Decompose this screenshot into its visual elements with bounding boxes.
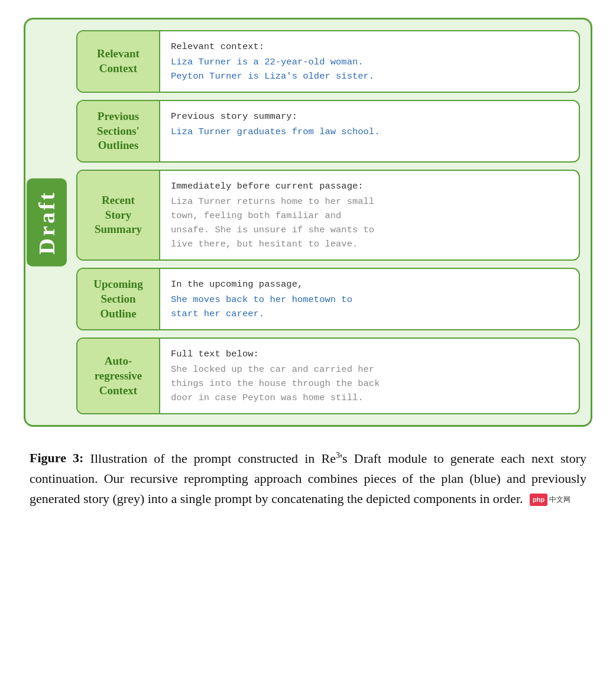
draft-label: Draft [27,179,67,267]
row-previous-sections: PreviousSections'Outlines Previous story… [76,100,580,163]
row-label-text-auto: Auto-regressiveContext [95,354,142,398]
row-label-relevant-context: RelevantContext [77,31,160,92]
row-content-recent-story: Immediately before current passage: Liza… [160,171,579,259]
content-label-auto: Full text below: [171,347,568,361]
content-blue-upcoming-1: She moves back to her hometown to [171,293,568,307]
row-content-autoregressive: Full text below: She locked up the car a… [160,339,579,413]
diagram-container: Draft RelevantContext Relevant context: … [24,18,592,427]
figure-text-1: Illustration of the prompt constructed i… [30,451,586,506]
content-blue-1: Liza Turner is a 22-year-old woman. [171,55,568,69]
content-blue-2: Peyton Turner is Liza's older sister. [171,69,568,83]
content-blue-upcoming-2: start her career. [171,307,568,321]
row-label-text-prev: PreviousSections'Outlines [97,109,140,153]
content-grey-auto-3: door in case Peyton was home still. [171,391,568,405]
content-grey-recent-2: town, feeling both familiar and [171,209,568,223]
row-content-upcoming: In the upcoming passage, She moves back … [160,269,579,329]
row-label-text: RelevantContext [97,47,140,76]
content-grey-recent-4: live there, but hesitant to leave. [171,237,568,251]
watermark: php中文网 [530,494,570,506]
content-label-recent: Immediately before current passage: [171,179,568,193]
content-blue-prev: Liza Turner graduates from law school. [171,125,568,139]
content-label: Relevant context: [171,40,568,54]
draft-label-wrapper: Draft [25,30,68,414]
figure-label: Figure 3: [30,451,83,466]
row-upcoming-section: UpcomingSectionOutline In the upcoming p… [76,268,580,330]
content-grey-recent-3: unsafe. She is unsure if she wants to [171,223,568,237]
content-grey-auto-1: She locked up the car and carried her [171,362,568,377]
row-recent-story: RecentStorySummary Immediately before cu… [76,170,580,261]
row-content-previous-sections: Previous story summary: Liza Turner grad… [160,101,579,161]
row-label-recent-story: RecentStorySummary [77,171,160,259]
row-label-upcoming: UpcomingSectionOutline [77,269,160,329]
watermark-badge: php [530,494,547,506]
figure-caption: Figure 3: Illustration of the prompt con… [24,448,592,509]
content-grey-recent-1: Liza Turner returns home to her small [171,194,568,209]
superscript: 3 [336,450,340,459]
rows-container: RelevantContext Relevant context: Liza T… [68,30,580,414]
row-autoregressive: Auto-regressiveContext Full text below: … [76,338,580,414]
watermark-text: 中文网 [549,494,570,505]
row-label-text-upcoming: UpcomingSectionOutline [93,277,142,321]
row-label-autoregressive: Auto-regressiveContext [77,339,160,413]
row-label-previous-sections: PreviousSections'Outlines [77,101,160,161]
row-label-text-recent: RecentStorySummary [95,193,142,237]
content-grey-auto-2: things into the house through the back [171,377,568,391]
content-label-prev: Previous story summary: [171,109,568,124]
row-content-relevant-context: Relevant context: Liza Turner is a 22-ye… [160,31,579,92]
content-label-upcoming: In the upcoming passage, [171,277,568,291]
row-relevant-context: RelevantContext Relevant context: Liza T… [76,30,580,93]
